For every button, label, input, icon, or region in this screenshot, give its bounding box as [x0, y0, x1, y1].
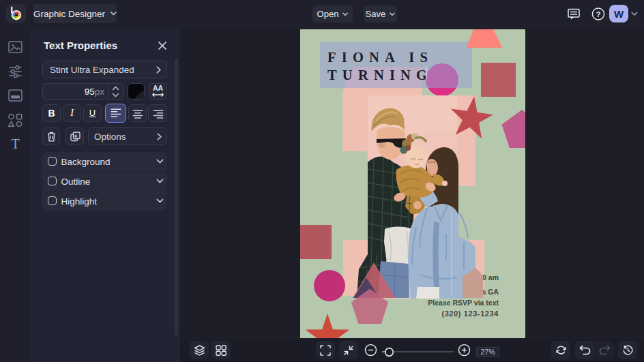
- svg-text:TURNING: TURNING: [327, 67, 433, 82]
- svg-text:s GA: s GA: [482, 288, 499, 296]
- svg-text:Please RSVP via text: Please RSVP via text: [428, 299, 499, 307]
- svg-text:FIONA IS: FIONA IS: [327, 50, 433, 65]
- svg-text:?: ?: [596, 10, 600, 18]
- svg-text:0 am: 0 am: [482, 273, 499, 282]
- svg-text:T: T: [11, 137, 19, 151]
- svg-text:AA: AA: [153, 84, 164, 92]
- svg-text:(320) 123-1234: (320) 123-1234: [441, 310, 499, 318]
